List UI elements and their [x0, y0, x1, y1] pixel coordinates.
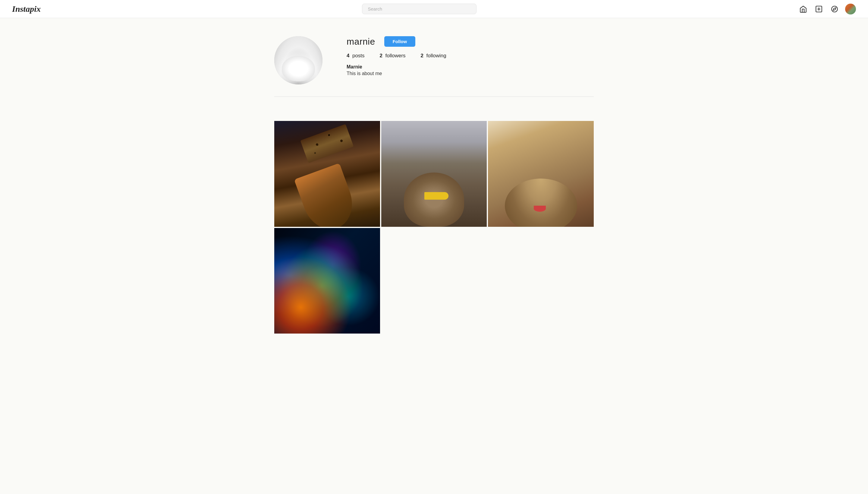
search-container: [362, 4, 476, 14]
profile-stats: 4 posts 2 followers 2 following: [347, 53, 594, 59]
user-avatar[interactable]: [845, 4, 856, 15]
plus-square-icon: [815, 5, 823, 13]
profile-top-row: marnie Follow: [347, 36, 594, 47]
profile-avatar: [274, 36, 322, 84]
profile-display-name: Marnie: [347, 64, 594, 70]
dog-body: [282, 56, 315, 81]
posts-label: posts: [352, 53, 365, 58]
following-count: 2: [421, 53, 423, 58]
following-label: following: [427, 53, 446, 58]
avatar-image: [274, 36, 322, 84]
post-image-dog: [381, 121, 487, 227]
add-post-button[interactable]: [814, 4, 824, 14]
navbar: Instapix: [0, 0, 868, 18]
app-logo[interactable]: Instapix: [12, 4, 41, 14]
home-icon: [799, 5, 807, 13]
followers-count: 2: [380, 53, 382, 58]
post-image-lights: [274, 228, 380, 334]
posts-count: 4: [347, 53, 349, 58]
post-image-pug: [488, 121, 594, 227]
profile-container: marnie Follow 4 posts 2 followers 2 foll…: [268, 18, 600, 109]
svg-point-3: [831, 6, 837, 12]
svg-marker-4: [833, 7, 836, 10]
post-item[interactable]: [274, 228, 380, 334]
posts-grid: [268, 121, 600, 334]
nav-icons: [798, 4, 856, 15]
profile-info: marnie Follow 4 posts 2 followers 2 foll…: [347, 36, 594, 76]
post-item[interactable]: [381, 121, 487, 227]
profile-username: marnie: [347, 37, 375, 47]
compass-icon: [831, 5, 839, 13]
explore-button[interactable]: [829, 4, 840, 14]
profile-header: marnie Follow 4 posts 2 followers 2 foll…: [274, 36, 594, 97]
profile-bio: This is about me: [347, 71, 594, 76]
following-stat[interactable]: 2 following: [421, 53, 446, 59]
followers-stat[interactable]: 2 followers: [380, 53, 406, 59]
home-button[interactable]: [798, 4, 808, 14]
post-item[interactable]: [274, 121, 380, 227]
posts-stat: 4 posts: [347, 53, 365, 59]
followers-label: followers: [385, 53, 406, 58]
profile-avatar-wrap: [274, 36, 322, 84]
search-input[interactable]: [362, 4, 476, 14]
post-item[interactable]: [488, 121, 594, 227]
follow-button[interactable]: Follow: [384, 36, 416, 47]
post-image-waffle: [274, 121, 380, 227]
